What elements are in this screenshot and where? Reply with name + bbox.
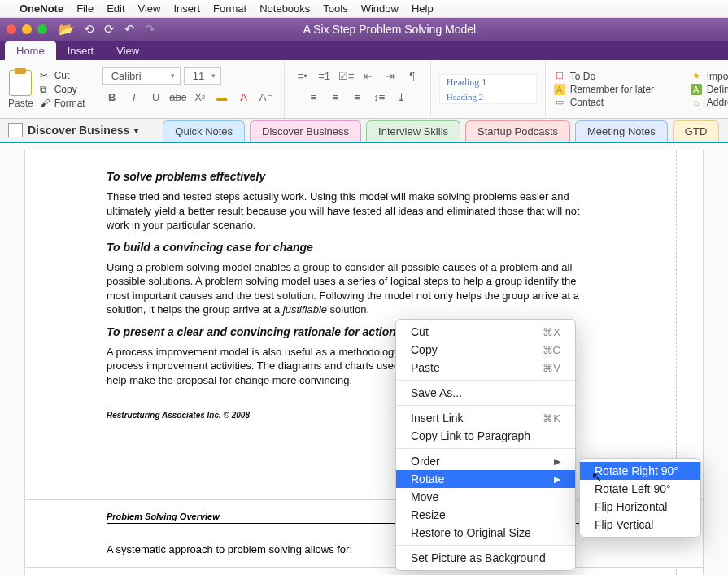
chevron-down-icon: ▾ [211,72,216,80]
menu-item-copy[interactable]: Copy⌘C [396,341,575,359]
paragraph: These tried and tested steps actually wo… [107,189,581,233]
paragraph-button[interactable]: ¶ [403,67,422,85]
bold-button[interactable]: B [102,88,122,106]
tag-icon: ▭ [554,97,565,108]
section-tab-startup-podcasts[interactable]: Startup Podcasts [465,120,570,142]
menu-view[interactable]: View [138,2,161,15]
align-left-button[interactable]: ≡ [303,88,323,106]
menu-item-rotate-left-90-[interactable]: Rotate Left 90° [580,480,700,498]
app-name[interactable]: OneNote [20,2,63,15]
font-size-select[interactable]: 11▾ [184,67,221,85]
menu-item-move[interactable]: Move [396,488,575,506]
tab-insert[interactable]: Insert [56,41,106,60]
menu-notebooks[interactable]: Notebooks [259,2,310,15]
section-tab-discover-business[interactable]: Discover Business [250,120,361,142]
numbering-button[interactable]: ≡1 [315,67,334,85]
tag-contact[interactable]: ▭Contact [554,97,684,108]
menu-window[interactable]: Window [361,2,399,15]
notebook-selector[interactable]: Discover Business ▾ [0,119,146,142]
font-color-button[interactable]: A [234,88,254,106]
tag-important[interactable]: ★Important [691,71,728,82]
subscript-button[interactable]: X2 [190,88,210,106]
menu-format[interactable]: Format [213,2,246,15]
menu-item-copy-link-to-paragraph[interactable]: Copy Link to Paragraph [396,427,575,445]
notebook-name: Discover Business [28,124,129,137]
menu-item-cut[interactable]: Cut⌘X [396,323,575,341]
menu-item-order[interactable]: Order▶ [396,452,575,470]
italic-button[interactable]: I [124,88,144,106]
section-tab-quick-notes[interactable]: Quick Notes [163,120,245,142]
paragraph-group: ≡• ≡1 ☑≡ ⇤ ⇥ ¶ ≡ ≡ ≡ ↕≡ ⤓ [285,60,431,118]
scissors-icon: ✂ [40,70,50,81]
section-tabs: Quick NotesDiscover BusinessInterview Sk… [163,120,719,142]
window-titlebar: 📂 ⟲ ⟳ ↶ ↷ A Six Step Problem Solving Mod… [0,18,728,41]
paste-icon[interactable] [9,70,32,96]
copy-button[interactable]: ⧉Copy [40,84,85,95]
menu-tools[interactable]: Tools [323,2,347,15]
style-heading2[interactable]: Heading 2 [447,92,530,102]
document-title: A Six Step Problem Solving Model [155,23,624,36]
menu-file[interactable]: File [76,2,94,15]
paste-button[interactable]: Paste [8,98,33,109]
tag-address[interactable]: ⌂Address [691,97,728,108]
align-center-button[interactable]: ≡ [325,88,345,106]
menu-item-insert-link[interactable]: Insert Link⌘K [396,409,575,427]
highlight-button[interactable]: ▬ [212,88,232,106]
menu-item-rotate[interactable]: Rotate▶ [396,470,575,488]
menu-help[interactable]: Help [412,2,434,15]
tag-icon: ⌂ [691,97,702,108]
menu-insert[interactable]: Insert [173,2,200,15]
font-family-select[interactable]: Calibri▾ [102,67,181,85]
line-spacing-button[interactable]: ↕≡ [369,88,389,106]
undo-icon[interactable]: ↶ [124,22,135,37]
checklist-button[interactable]: ☑≡ [337,67,356,85]
format-button[interactable]: 🖌Format [40,98,85,109]
clear-format-button[interactable]: A⁻ [256,88,276,106]
context-menu[interactable]: Cut⌘XCopy⌘CPaste⌘VSave As...Insert Link⌘… [395,319,576,571]
sort-button[interactable]: ⤓ [391,88,411,106]
menu-item-restore-to-original-size[interactable]: Restore to Original Size [396,524,575,542]
section-tab-meeting-notes[interactable]: Meeting Notes [575,120,668,142]
styles-group: Heading 1 Heading 2 [431,60,546,118]
align-right-button[interactable]: ≡ [347,88,367,106]
indent-button[interactable]: ⇥ [381,67,400,85]
open-icon[interactable]: 📂 [59,22,74,37]
chevron-right-icon: ▶ [554,474,560,485]
tag-to-do[interactable]: ☐To Do [554,71,684,82]
redo-icon[interactable]: ↷ [145,22,155,37]
menu-item-flip-horizontal[interactable]: Flip Horizontal [580,498,700,516]
menu-item-flip-vertical[interactable]: Flip Vertical [580,516,700,534]
menu-item-rotate-right-90-[interactable]: Rotate Right 90° [580,462,700,480]
heading: To solve problems effectively [107,170,581,183]
menu-edit[interactable]: Edit [107,2,124,15]
strike-button[interactable]: abc [168,88,188,106]
menu-item-paste[interactable]: Paste⌘V [396,359,575,377]
rotate-submenu[interactable]: Rotate Right 90°Rotate Left 90°Flip Hori… [579,458,701,538]
zoom-button[interactable] [37,24,47,34]
chevron-down-icon: ▾ [134,126,138,135]
tab-home[interactable]: Home [5,41,56,60]
minimize-button[interactable] [22,24,32,34]
outdent-button[interactable]: ⇤ [359,67,378,85]
mac-menubar: OneNote File Edit View Insert Format Not… [0,0,728,18]
underline-button[interactable]: U [146,88,166,106]
clipboard-group: Paste ✂Cut ⧉Copy 🖌Format [0,60,94,118]
menu-item-save-as-[interactable]: Save As... [396,384,575,402]
bullets-button[interactable]: ≡• [293,67,312,85]
cut-button[interactable]: ✂Cut [40,70,85,81]
notebook-icon [8,123,23,137]
tab-view[interactable]: View [105,41,150,60]
menu-item-set-picture-as-background[interactable]: Set Picture as Background [396,549,575,567]
back-icon[interactable]: ⟲ [84,22,94,37]
copy-icon: ⧉ [40,84,50,94]
forward-icon[interactable]: ⟳ [104,22,115,37]
section-tab-gtd[interactable]: GTD [673,120,719,142]
quick-toolbar: 📂 ⟲ ⟳ ↶ ↷ [59,22,155,37]
style-heading1[interactable]: Heading 1 [447,76,530,89]
menu-item-resize[interactable]: Resize [396,506,575,524]
tag-remember-for-later[interactable]: ARemember for later [554,84,684,95]
tag-definition[interactable]: ADefinition [691,84,728,95]
close-button[interactable] [7,24,16,34]
section-tab-interview-skills[interactable]: Interview Skills [366,120,460,142]
chevron-right-icon: ▶ [554,456,560,467]
